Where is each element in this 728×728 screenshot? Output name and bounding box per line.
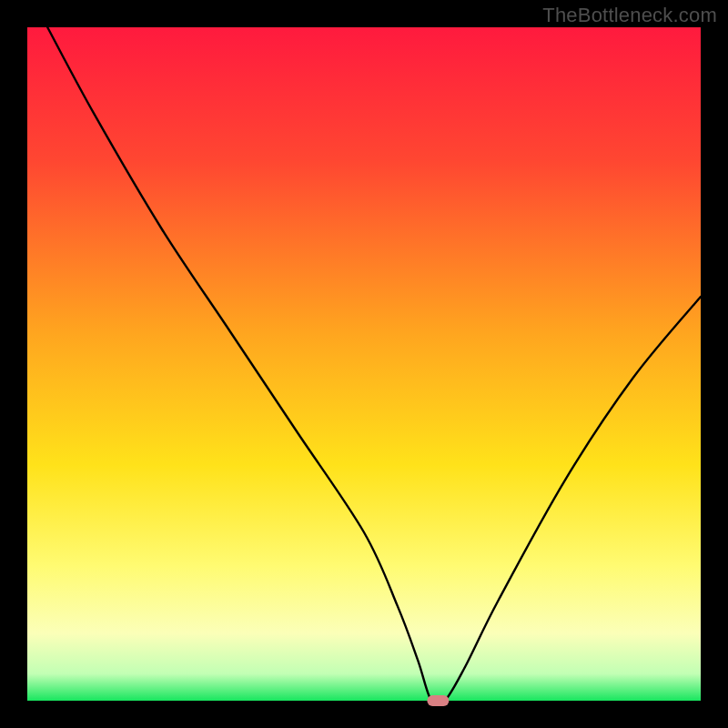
watermark-text: TheBottleneck.com: [542, 4, 717, 27]
bottleneck-chart: [0, 0, 728, 728]
chart-frame: TheBottleneck.com: [0, 0, 728, 728]
optimal-marker: [427, 695, 449, 706]
plot-background: [27, 27, 701, 701]
